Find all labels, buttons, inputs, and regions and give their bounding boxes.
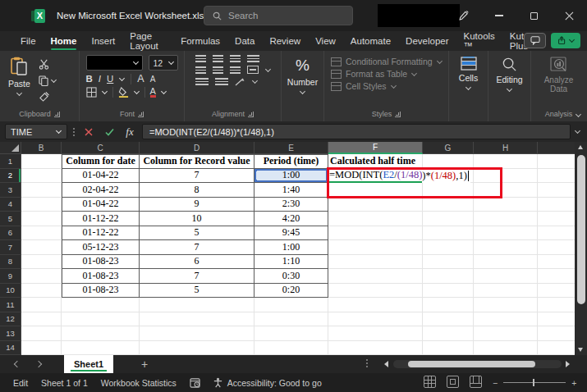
cell-H14[interactable]	[474, 341, 538, 356]
add-sheet-button[interactable]: +	[141, 358, 148, 371]
cell-C8[interactable]: 01-08-23	[62, 255, 140, 270]
column-header-B[interactable]: B	[21, 142, 62, 154]
row-header-13[interactable]: 13	[0, 326, 21, 341]
column-header-G[interactable]: G	[423, 142, 474, 154]
cell-E8[interactable]: 1:10	[255, 255, 328, 270]
cell-C9[interactable]: 01-08-23	[62, 269, 140, 284]
cell-stub6[interactable]	[538, 226, 576, 241]
cell-B9[interactable]	[21, 269, 62, 284]
font-name-combo[interactable]	[86, 55, 144, 71]
align-bottom-icon[interactable]	[230, 55, 241, 62]
cell-D9[interactable]: 7	[140, 269, 255, 284]
underline-button[interactable]: U	[107, 74, 113, 84]
clipboard-dialog-launcher-icon[interactable]	[54, 112, 60, 117]
cell-D5[interactable]: 10	[140, 212, 255, 226]
cell-stub8[interactable]	[538, 255, 576, 270]
cancel-entry-button[interactable]	[80, 124, 97, 139]
clock-calendar-icon[interactable]	[190, 377, 201, 388]
align-top-icon[interactable]	[195, 55, 206, 62]
align-center-icon[interactable]	[213, 66, 223, 74]
cell-G13[interactable]	[423, 326, 474, 341]
orientation-icon[interactable]	[235, 77, 245, 86]
cell-C3[interactable]: 02-04-22	[62, 183, 140, 198]
shrink-font-button[interactable]: A	[150, 75, 156, 84]
column-header-F[interactable]: F	[328, 142, 423, 154]
scroll-down-icon[interactable]	[578, 348, 583, 352]
tab-insert[interactable]: Insert	[84, 31, 122, 51]
tab-page-layout[interactable]: Page Layout	[122, 31, 173, 51]
paste-button[interactable]: Paste	[3, 55, 35, 98]
cell-C6[interactable]: 01-12-22	[62, 226, 140, 241]
name-box[interactable]: TIME	[5, 124, 67, 139]
cell-G9[interactable]	[423, 269, 474, 284]
formula-bar-expand-chevron-icon[interactable]	[575, 129, 580, 134]
zoom-in-button[interactable]: +	[571, 378, 576, 388]
cell-B13[interactable]	[21, 326, 62, 341]
align-right-icon[interactable]	[230, 66, 241, 74]
cell-B6[interactable]	[21, 226, 62, 241]
cell-F12[interactable]	[328, 312, 423, 327]
italic-button[interactable]: I	[99, 74, 101, 84]
cut-button[interactable]	[39, 57, 57, 71]
row-header-14[interactable]: 14	[0, 341, 21, 356]
align-left-icon[interactable]	[195, 66, 206, 74]
cell-D2[interactable]: 7	[140, 169, 255, 184]
scroll-up-icon[interactable]	[578, 145, 583, 149]
cell-G10[interactable]	[423, 284, 474, 299]
styles-dialog-launcher-icon[interactable]	[395, 112, 401, 117]
page-break-view-icon[interactable]	[470, 376, 482, 388]
zoom-slider-thumb[interactable]	[533, 379, 534, 386]
cell-F4[interactable]	[328, 198, 423, 212]
cell-C4[interactable]: 01-04-22	[62, 198, 140, 212]
cell-E4[interactable]: 2:30	[255, 198, 328, 212]
cell-F5[interactable]	[328, 212, 423, 226]
row-header-5[interactable]: 5	[0, 212, 21, 226]
zoom-slider[interactable]	[503, 382, 566, 383]
font-dialog-launcher-icon[interactable]	[138, 112, 144, 117]
formula-bar-input[interactable]: =MOD(INT(E2/(1/48))*(1/48),1)	[142, 124, 571, 139]
cell-H9[interactable]	[474, 269, 538, 284]
increase-indent-icon[interactable]	[215, 78, 228, 85]
grow-font-button[interactable]: A	[137, 73, 144, 84]
cell-C7[interactable]: 05-12-23	[62, 240, 140, 255]
styles-item-conditional-formatting[interactable]: Conditional Formatting	[331, 57, 443, 66]
tab-review[interactable]: Review	[262, 31, 308, 51]
horizontal-scrollbar[interactable]	[393, 360, 562, 368]
scroll-right-icon[interactable]	[566, 361, 570, 367]
horizontal-scrollbar-thumb[interactable]	[408, 361, 535, 367]
vertical-scrollbar[interactable]	[575, 142, 587, 355]
cell-D8[interactable]: 6	[140, 255, 255, 270]
cell-G14[interactable]	[423, 341, 474, 356]
cell-stub2[interactable]	[538, 169, 576, 184]
cell-G7[interactable]	[423, 240, 474, 255]
scroll-left-icon[interactable]	[384, 361, 388, 367]
normal-view-icon[interactable]	[424, 376, 436, 388]
row-header-7[interactable]: 7	[0, 240, 21, 255]
cell-F9[interactable]	[328, 269, 423, 284]
column-header-E[interactable]: E	[255, 142, 328, 154]
cell-B8[interactable]	[21, 255, 62, 270]
cell-F11[interactable]	[328, 298, 423, 312]
cell-H13[interactable]	[474, 326, 538, 341]
row-header-3[interactable]: 3	[0, 183, 21, 198]
cell-H6[interactable]	[474, 226, 538, 241]
cell-B1[interactable]	[21, 154, 62, 169]
alignment-dialog-launcher-icon[interactable]	[248, 112, 254, 117]
tab-formulas[interactable]: Formulas	[173, 31, 227, 51]
collapse-ribbon-chevron-icon[interactable]	[576, 112, 581, 118]
cell-E11[interactable]	[255, 298, 328, 312]
next-sheet-icon[interactable]	[35, 361, 42, 367]
bold-button[interactable]: B	[86, 74, 93, 84]
cell-C2[interactable]: 01-04-22	[62, 169, 140, 184]
cell-E14[interactable]	[255, 341, 328, 356]
format-painter-button[interactable]	[39, 90, 57, 103]
tab-data[interactable]: Data	[227, 31, 262, 51]
cell-E1[interactable]: Period (time)	[255, 154, 328, 169]
font-color-button[interactable]: A	[150, 87, 156, 98]
tab-home[interactable]: Home	[44, 31, 85, 51]
font-size-combo[interactable]: 12	[149, 55, 177, 71]
cell-stub10[interactable]	[538, 284, 576, 299]
borders-icon[interactable]	[86, 87, 97, 98]
cell-E12[interactable]	[255, 312, 328, 327]
cell-D7[interactable]: 7	[140, 240, 255, 255]
